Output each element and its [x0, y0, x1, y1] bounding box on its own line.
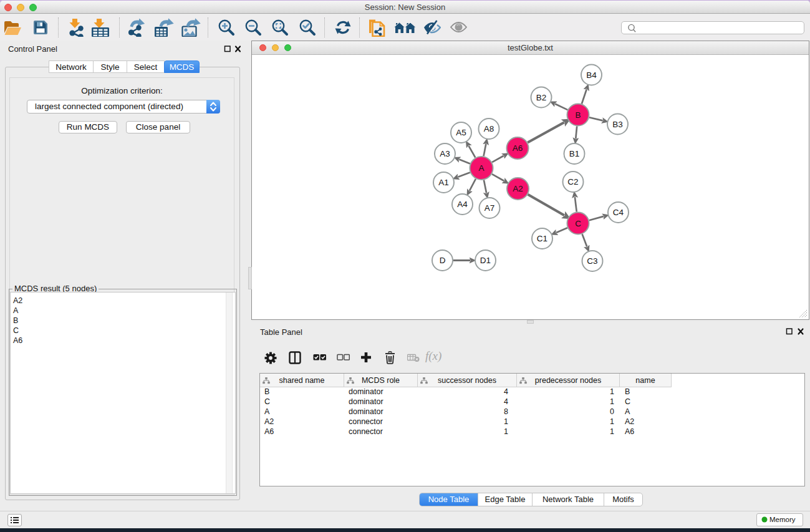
svg-text:C: C	[575, 219, 581, 228]
svg-text:A5: A5	[456, 128, 466, 137]
svg-text:D1: D1	[480, 256, 491, 265]
svg-text:C2: C2	[567, 177, 578, 186]
svg-text:A8: A8	[484, 124, 494, 133]
svg-text:A3: A3	[440, 149, 450, 158]
svg-text:C4: C4	[613, 208, 624, 217]
svg-text:B3: B3	[612, 120, 623, 129]
svg-text:B2: B2	[536, 93, 547, 102]
svg-text:B1: B1	[569, 149, 580, 158]
svg-text:D: D	[440, 256, 446, 265]
svg-text:C1: C1	[537, 234, 547, 243]
svg-text:A1: A1	[438, 178, 449, 187]
svg-text:A4: A4	[457, 200, 468, 209]
svg-text:B4: B4	[586, 70, 597, 80]
svg-text:A: A	[478, 163, 484, 173]
svg-text:A6: A6	[513, 143, 523, 153]
svg-text:A7: A7	[485, 203, 495, 213]
svg-text:C3: C3	[587, 256, 597, 266]
svg-text:A2: A2	[513, 184, 523, 193]
svg-text:B: B	[575, 110, 581, 120]
